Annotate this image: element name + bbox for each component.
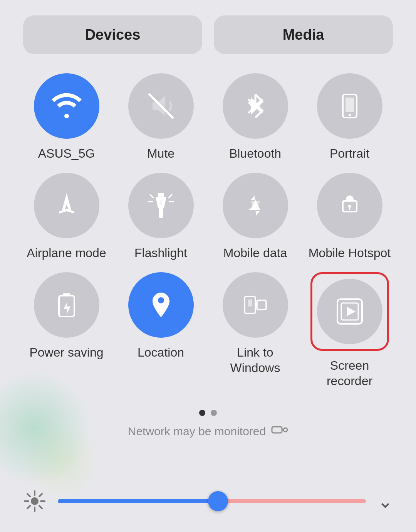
tile-location-label: Location <box>138 345 184 360</box>
tile-mobiledata-circle <box>223 173 288 238</box>
tile-hotspot-circle-wrap <box>317 173 382 238</box>
brightness-bar: ⌄ <box>0 478 416 524</box>
tile-powersaving-circle-wrap <box>34 272 99 338</box>
brightness-slider[interactable] <box>58 499 366 503</box>
tile-wifi[interactable]: ASUS_5G <box>23 73 110 161</box>
svg-point-14 <box>348 205 351 208</box>
tile-flashlight-circle-wrap <box>128 173 194 238</box>
tile-bluetooth[interactable]: Bluetooth <box>212 73 299 161</box>
tile-portrait[interactable]: Portrait <box>306 73 393 161</box>
tile-mobiledata-label: Mobile data <box>223 245 287 261</box>
tile-portrait-circle-wrap <box>317 73 382 139</box>
tile-hotspot-label: Mobile Hotspot <box>309 245 391 261</box>
tile-powersaving-circle <box>34 272 99 338</box>
tile-linktow[interactable]: Link to Windows <box>212 272 299 389</box>
svg-rect-5 <box>159 208 163 218</box>
svg-marker-24 <box>347 307 356 316</box>
svg-line-34 <box>39 506 42 508</box>
tile-flashlight-circle <box>128 173 194 238</box>
tile-mobiledata[interactable]: Mobile data <box>212 173 299 261</box>
dot-2 <box>211 410 217 416</box>
tile-powersaving[interactable]: Power saving <box>23 272 110 389</box>
media-button[interactable]: Media <box>214 15 393 54</box>
tile-hotspot[interactable]: Mobile Hotspot <box>306 173 393 261</box>
tile-airplane-label: Airplane mode <box>27 245 106 261</box>
tile-mute[interactable]: Mute <box>117 73 204 161</box>
tile-screenrecorder-circle-wrap <box>310 272 389 351</box>
tile-wifi-circle <box>34 73 99 139</box>
svg-line-7 <box>150 195 153 198</box>
svg-line-35 <box>39 494 42 497</box>
tile-linktow-label: Link to Windows <box>212 345 299 375</box>
tile-screenrecorder-circle <box>317 279 382 344</box>
brightness-thumb[interactable] <box>208 491 228 511</box>
tile-mobiledata-circle-wrap <box>223 173 288 238</box>
svg-rect-4 <box>158 193 164 197</box>
svg-line-33 <box>27 494 30 497</box>
svg-rect-20 <box>257 300 266 310</box>
svg-rect-25 <box>272 427 282 433</box>
network-notice-text: Network may be monitored <box>128 425 266 438</box>
tile-airplane-circle-wrap <box>34 173 99 238</box>
tile-bluetooth-label: Bluetooth <box>229 146 281 161</box>
quick-settings-panel: Devices Media ASUS_5GMuteBluetoothPortra… <box>0 0 416 438</box>
top-buttons: Devices Media <box>23 15 393 54</box>
svg-line-8 <box>169 195 172 198</box>
tile-linktow-circle-wrap <box>223 272 288 338</box>
svg-rect-2 <box>346 98 354 112</box>
svg-point-26 <box>283 428 287 432</box>
tile-flashlight[interactable]: Flashlight <box>117 173 204 261</box>
tile-wifi-circle-wrap <box>34 73 99 139</box>
quick-tiles-grid: ASUS_5GMuteBluetoothPortraitAirplane mod… <box>23 73 393 389</box>
page-dots <box>199 410 217 416</box>
tile-bluetooth-circle <box>223 73 288 139</box>
svg-rect-19 <box>248 300 252 306</box>
svg-rect-17 <box>63 293 70 296</box>
tile-location-circle <box>128 272 194 338</box>
tile-linktow-circle <box>223 272 288 338</box>
svg-line-36 <box>27 506 30 508</box>
dot-1 <box>199 410 205 416</box>
svg-point-28 <box>31 497 39 505</box>
tile-hotspot-circle <box>317 173 382 238</box>
tile-wifi-label: ASUS_5G <box>38 146 95 161</box>
tile-location-circle-wrap <box>128 272 194 338</box>
tile-location[interactable]: Location <box>117 272 204 389</box>
tile-bluetooth-circle-wrap <box>223 73 288 139</box>
chevron-down-icon[interactable]: ⌄ <box>377 490 393 512</box>
vpn-key-icon <box>271 424 288 438</box>
tile-portrait-circle <box>317 73 382 139</box>
tile-mute-label: Mute <box>147 146 174 161</box>
svg-point-3 <box>349 114 351 116</box>
tile-airplane[interactable]: Airplane mode <box>23 173 110 261</box>
tile-flashlight-label: Flashlight <box>134 245 187 261</box>
tile-airplane-circle <box>34 173 99 238</box>
tile-powersaving-label: Power saving <box>29 345 103 360</box>
tile-screenrecorder[interactable]: Screen recorder <box>306 272 393 389</box>
tile-mute-circle-wrap <box>128 73 194 139</box>
network-notice: Network may be monitored <box>128 424 288 438</box>
tile-mute-circle <box>128 73 194 139</box>
tile-portrait-label: Portrait <box>330 146 369 161</box>
brightness-icon <box>23 490 46 513</box>
tile-screenrecorder-label: Screen recorder <box>306 358 393 389</box>
devices-button[interactable]: Devices <box>23 15 202 54</box>
